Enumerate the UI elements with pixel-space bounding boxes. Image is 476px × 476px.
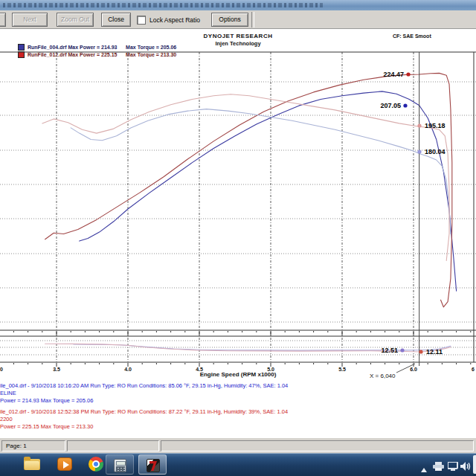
run-info-line: ELINE <box>0 390 288 397</box>
curve-torque_runfile_012 <box>42 94 449 261</box>
dyno-app-taskbar-slot[interactable] <box>138 454 167 475</box>
status-panel-2 <box>67 440 159 451</box>
run-info-line: 2200 <box>0 416 288 423</box>
data-point-dot <box>419 350 422 353</box>
run-info-block: ile_004.drf - 9/10/2018 10:16:20 AM Run … <box>0 382 288 431</box>
value-label: 195.18 <box>425 122 446 129</box>
data-point-dot <box>417 149 421 153</box>
volume-icon[interactable] <box>460 460 471 474</box>
run-info-line: Power = 214.93 Max Torque = 205.06 <box>0 397 288 405</box>
curve-power_runfile_004 <box>80 91 457 291</box>
value-label: 12.11 <box>426 348 443 356</box>
desktop-screen: Next Zoom Out Close Lock Aspect Ratio Op… <box>0 0 476 476</box>
data-point-dot <box>417 123 421 127</box>
display-icon[interactable] <box>448 460 459 474</box>
data-point-dot <box>403 103 407 107</box>
dyno-graph-canvas[interactable] <box>0 0 476 381</box>
run-info-line: Power = 225.15 Max Torque = 213.30 <box>0 423 288 431</box>
dyno-app-icon <box>145 458 161 473</box>
page-indicator: Page: 1 <box>1 440 65 451</box>
chrome-icon[interactable] <box>88 457 104 472</box>
data-point-dot <box>406 72 410 76</box>
value-label: 224.47 <box>383 71 404 78</box>
cursor-position-label: X = 6,040 <box>370 373 395 379</box>
value-label: 12.51 <box>381 347 398 354</box>
tray-item-partial[interactable] <box>473 455 476 474</box>
run-info-line: ile_012.drf - 9/10/2018 12:52:38 PM Run … <box>0 408 288 416</box>
status-panel-3 <box>161 440 474 451</box>
folder-icon[interactable] <box>24 457 40 472</box>
status-bar: Page: 1 <box>0 437 476 454</box>
run-info-line: ile_004.drf - 9/10/2018 10:16:20 AM Run … <box>0 382 288 390</box>
printer-icon[interactable] <box>433 460 444 474</box>
value-label: 207.05 <box>380 102 401 109</box>
calculator-icon <box>112 458 129 473</box>
x-axis-title: Engine Speed (RPM x1000) <box>0 371 476 378</box>
windows-taskbar <box>0 453 476 476</box>
data-point-dot <box>400 348 404 352</box>
value-label: 180.04 <box>425 148 446 155</box>
show-hidden-icons-arrow[interactable] <box>421 462 427 475</box>
media-player-icon[interactable] <box>57 457 73 472</box>
calculator-taskbar-slot[interactable] <box>106 454 134 475</box>
